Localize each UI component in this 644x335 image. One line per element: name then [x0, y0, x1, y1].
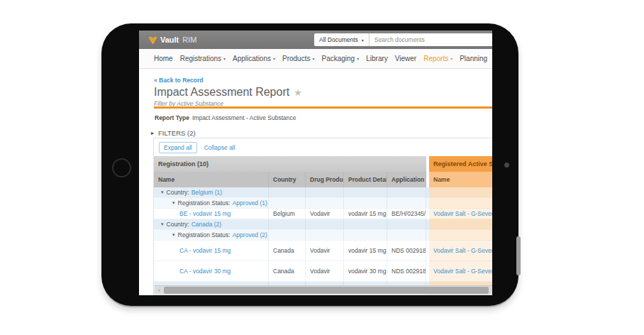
chevron-down-icon: ▾	[312, 56, 314, 61]
side-switch	[516, 236, 521, 275]
nav-item-library[interactable]: Library	[366, 55, 388, 62]
main-nav: Home Registrations▾ Applications▾ Produc…	[139, 49, 492, 69]
registration-link[interactable]: BE - vodavir 15 mg	[179, 210, 231, 217]
table-toolbar: Expand all Collapse all	[154, 138, 492, 156]
search-scope-label: All Documents	[319, 36, 358, 43]
table-column-header: Name Country Drug Product Product Detail…	[154, 172, 492, 187]
page-title: Impact Assessment Report	[154, 86, 289, 99]
vault-rim-logo[interactable]: Vault RIM	[148, 35, 196, 44]
table-row-group-status: ▾Registration Status:Approved (1)	[154, 198, 492, 209]
chevron-down-icon: ▾	[273, 56, 275, 61]
registration-group-header: Registration (10)	[154, 156, 426, 172]
collapse-caret-icon[interactable]: ▾	[161, 221, 164, 227]
col-product-detail[interactable]: Product Detail	[344, 172, 387, 187]
nav-item-home[interactable]: Home	[154, 55, 173, 62]
col-country[interactable]: Country	[269, 172, 306, 187]
table-row-group-country: ▾Country:Belgium (1)	[154, 187, 492, 198]
nav-item-reports[interactable]: Reports▾	[423, 55, 453, 62]
col-name[interactable]: Name	[154, 172, 269, 187]
scrollbar-thumb[interactable]	[164, 287, 489, 294]
nav-item-registrations[interactable]: Registrations▾	[180, 55, 226, 62]
nav-item-viewer[interactable]: Viewer	[395, 55, 416, 62]
status-group-link[interactable]: Approved (1)	[233, 199, 267, 207]
nav-item-products[interactable]: Products▾	[282, 55, 314, 62]
favorite-star-icon[interactable]: ★	[294, 87, 302, 98]
horizontal-scrollbar[interactable]: ‹	[155, 285, 492, 294]
search-input[interactable]	[370, 33, 492, 46]
country-group-link[interactable]: Canada (2)	[191, 221, 222, 228]
top-bar: Vault RIM All Documents ▾	[139, 31, 492, 49]
registration-link[interactable]: CA - vodavir 30 mg	[179, 268, 231, 275]
table-row: CA - vodavir 15 mg Canada Vodavir vodavi…	[154, 241, 492, 261]
scroll-left-icon[interactable]: ‹	[155, 287, 164, 294]
results-panel: Expand all Collapse all Registration (10…	[153, 138, 492, 295]
registration-link[interactable]: CA - vodavir 15 mg	[179, 247, 231, 254]
tablet-device: Vault RIM All Documents ▾ Home Registrat…	[101, 23, 518, 306]
chevron-down-icon: ▾	[362, 38, 364, 43]
table-group-header: Registration (10) Registered Active Subs…	[154, 156, 492, 172]
col-as-name[interactable]: Name	[429, 172, 492, 187]
back-to-record-link[interactable]: « Back to Record	[154, 77, 203, 84]
chevron-right-icon: ▸	[151, 130, 154, 136]
active-substance-link[interactable]: Vodavir Salt - G-Seven-0	[433, 210, 492, 217]
logo-text-bold: Vault	[160, 35, 179, 44]
app-screen: Vault RIM All Documents ▾ Home Registrat…	[139, 31, 492, 295]
table-row-group-status: ▾Registration Status:Approved (2)	[154, 230, 492, 241]
table-row-group-country: ▾Country:Canada (2)	[154, 219, 492, 230]
report-type-label: Report Type	[155, 114, 189, 121]
chevron-down-icon: ▾	[357, 56, 359, 61]
collapse-caret-icon[interactable]: ▾	[161, 190, 164, 195]
search-scope-dropdown[interactable]: All Documents ▾	[314, 33, 370, 46]
country-group-link[interactable]: Belgium (1)	[191, 189, 222, 196]
col-drug-product[interactable]: Drug Product	[306, 172, 344, 187]
active-substance-link[interactable]: Vodavir Salt - G-Seven-0	[433, 247, 492, 254]
camera-icon	[504, 163, 509, 168]
chevron-down-icon: ▾	[223, 56, 226, 61]
active-substance-link[interactable]: Vodavir Salt - G-Seven	[433, 268, 492, 275]
filters-label: FILTERS (2)	[158, 129, 196, 137]
collapse-caret-icon[interactable]: ▾	[172, 200, 175, 206]
filters-toggle[interactable]: ▸ FILTERS (2)	[151, 129, 196, 137]
table-row: CA - vodavir 30 mg Canada Vodavir vodavi…	[154, 261, 492, 282]
logo-text-light: RIM	[182, 35, 196, 44]
chevron-down-icon: ▾	[450, 56, 453, 61]
vault-v-icon	[148, 36, 157, 44]
table-row: BE - vodavir 15 mg Belgium Vodavir vodav…	[154, 209, 492, 219]
home-button[interactable]	[112, 158, 131, 177]
orange-divider	[154, 106, 492, 109]
nav-item-packaging[interactable]: Packaging▾	[321, 55, 359, 62]
active-substance-group-header: Registered Active Substance	[429, 156, 492, 172]
nav-item-applications[interactable]: Applications▾	[233, 55, 275, 62]
col-application[interactable]: Application	[387, 172, 426, 187]
report-page: « Back to Record Impact Assessment Repor…	[139, 69, 492, 295]
collapse-all-link[interactable]: Collapse all	[204, 144, 235, 151]
report-type-value: Impact Assessment - Active Substance	[192, 114, 296, 121]
status-group-link[interactable]: Approved (2)	[233, 231, 267, 238]
report-type-row: Report TypeImpact Assessment - Active Su…	[155, 114, 296, 121]
expand-all-button[interactable]: Expand all	[159, 142, 197, 153]
collapse-caret-icon[interactable]: ▾	[172, 232, 175, 238]
search-bar: All Documents ▾	[314, 33, 492, 46]
stage: Vault RIM All Documents ▾ Home Registrat…	[0, 0, 644, 335]
nav-item-planning[interactable]: Planning	[460, 55, 487, 62]
